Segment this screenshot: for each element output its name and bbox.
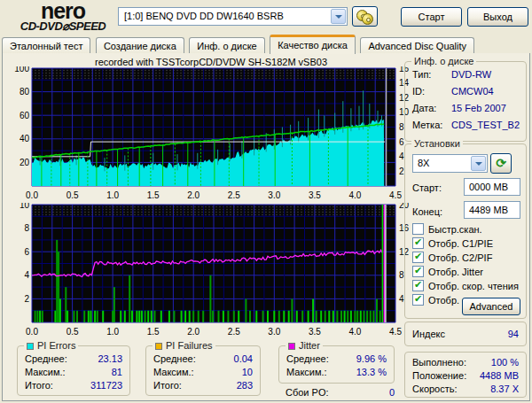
tab-disc-info[interactable]: Инф. о диске: [189, 37, 264, 54]
disc-id-label: ID:: [412, 86, 425, 97]
checkbox-box[interactable]: [412, 223, 424, 235]
end-mb-input[interactable]: 4489 MB: [464, 201, 520, 219]
disc-id-value: CMCW04: [451, 86, 494, 97]
svg-text:0.0: 0.0: [26, 327, 38, 337]
svg-text:3.5: 3.5: [309, 190, 321, 200]
jitter-title: Jitter: [286, 340, 323, 351]
nero-cd-dvd-speed-window: nero CD-DVD⌀SPEED [1:0] BENQ DVD DD DW16…: [0, 0, 532, 403]
jitter-swatch: [288, 343, 295, 350]
svg-text:2.5: 2.5: [228, 327, 240, 337]
svg-text:2.0: 2.0: [187, 190, 200, 200]
jitter-max-row: Максим.:13.3 %: [286, 367, 387, 379]
svg-text:0.5: 0.5: [66, 190, 79, 200]
checkbox-label: Отобр. Jitter: [428, 267, 483, 277]
pi-failures-groupbox: PI Failures Среднее:0.04 Максим.:10 Итог…: [145, 345, 261, 396]
svg-text:100: 100: [14, 66, 29, 74]
svg-text:3.0: 3.0: [268, 190, 280, 200]
chevron-down-icon[interactable]: [471, 156, 486, 171]
svg-text:3.0: 3.0: [268, 327, 280, 337]
checkbox-label: Отобр. C2/PIF: [428, 252, 492, 263]
pi-errors-swatch: [27, 343, 34, 350]
jitter-groupbox: Jitter Среднее:9.96 % Максим.:13.3 %: [278, 345, 395, 384]
checkbox-show-c1-pie[interactable]: Отобр. C1/PIE: [412, 237, 493, 250]
checkbox-show-c2-pif[interactable]: Отобр. C2/PIF: [412, 252, 492, 264]
tab-bar: Эталонный тест Создание диска Инф. о дис…: [2, 35, 530, 54]
progress-speed-row: Скорость:8.37 X: [412, 384, 519, 396]
disc-type-label: Тип:: [412, 69, 431, 80]
checkbox-box[interactable]: [412, 294, 424, 306]
disc-label-value: CDS_TEST_B2: [451, 120, 520, 130]
svg-text:4.5: 4.5: [389, 190, 402, 200]
pi-failures-max-row: Максим.:10: [153, 367, 253, 379]
svg-text:10: 10: [20, 203, 30, 210]
nero-logo-text: nero: [7, 2, 119, 20]
checkbox-show-jitter[interactable]: Отобр. Jitter: [412, 266, 483, 278]
disc-type-value: DVD-RW: [451, 69, 491, 80]
end-mb-label: Конец:: [412, 206, 442, 217]
svg-text:8: 8: [24, 223, 29, 233]
disc-icon: [362, 13, 373, 25]
svg-text:60: 60: [20, 111, 30, 120]
po-failures-row: Сбои PO:0: [286, 387, 395, 398]
progress-panel: Выполнено:100 % Положение:4488 MB Скорос…: [404, 352, 527, 398]
svg-text:4: 4: [24, 270, 29, 280]
checkbox-box[interactable]: [412, 237, 424, 249]
refresh-icon: ⟳: [496, 156, 506, 170]
speed-select[interactable]: 8X: [412, 154, 488, 173]
tab-advanced-disc-quality[interactable]: Advanced Disc Quality: [360, 37, 474, 54]
start-mb-input[interactable]: 0000 MB: [464, 178, 520, 196]
speed-select-value: 8X: [418, 158, 429, 168]
svg-text:4.0: 4.0: [348, 190, 361, 200]
checkbox-box[interactable]: [412, 280, 424, 291]
start-button[interactable]: Старт: [401, 7, 462, 27]
disc-info-button[interactable]: [352, 6, 378, 27]
svg-text:40: 40: [20, 134, 30, 143]
pie-chart: 204060801002468101214160.00.51.01.52.02.…: [13, 66, 414, 201]
disc-quality-pane: recorded with TSSTcorpCD/DVDW SH-S182M v…: [2, 53, 530, 401]
cd-dvd-speed-logo-text: CD-DVD⌀SPEED: [7, 20, 119, 33]
tab-benchmark[interactable]: Эталонный тест: [2, 37, 90, 54]
svg-text:1.0: 1.0: [106, 190, 119, 200]
checkbox-label: Отобр. скор. чтения: [428, 281, 519, 291]
checkbox-box[interactable]: [412, 266, 424, 277]
checkbox-fast-scan[interactable]: Быстр.скан.: [412, 223, 482, 236]
exit-button[interactable]: Выход: [467, 7, 528, 27]
pi-errors-max-row: Максим.:81: [25, 367, 122, 379]
nero-logo: nero CD-DVD⌀SPEED: [7, 2, 119, 33]
svg-text:1.5: 1.5: [147, 190, 160, 200]
disc-info-groupbox: Инф. о диске Тип: DVD-RW ID: CMCW04 Дата…: [404, 61, 527, 142]
pi-failures-total-row: Итого:283: [153, 380, 253, 392]
svg-text:0.5: 0.5: [66, 327, 79, 337]
svg-text:4.0: 4.0: [348, 327, 361, 337]
checkbox-box[interactable]: [412, 252, 424, 263]
jitter-avg-row: Среднее:9.96 %: [286, 353, 387, 366]
svg-text:3.5: 3.5: [309, 327, 321, 337]
progress-done-row: Выполнено:100 %: [412, 357, 519, 369]
svg-text:0.0: 0.0: [26, 190, 38, 200]
start-mb-label: Старт:: [412, 182, 442, 193]
pi-failures-avg-row: Среднее:0.04: [153, 353, 253, 366]
pi-failures-title: PI Failures: [153, 340, 215, 351]
disc-date-value: 15 Feb 2007: [451, 103, 506, 113]
checkbox-show-read-speed[interactable]: Отобр. скор. чтения: [412, 280, 519, 292]
drive-select[interactable]: [1:0] BENQ DVD DD DW1640 BSRB: [118, 7, 348, 26]
tab-create-disc[interactable]: Создание диска: [96, 37, 184, 54]
svg-text:1.5: 1.5: [147, 327, 160, 337]
progress-position-row: Положение:4488 MB: [412, 370, 519, 383]
tab-disc-quality[interactable]: Качество диска: [270, 35, 356, 54]
settings-groupbox: Установки 8X ⟳ Старт: 0000 MB Конец: 448…: [404, 143, 527, 319]
advanced-button[interactable]: Advanced: [462, 298, 520, 315]
chevron-down-icon[interactable]: [331, 9, 346, 24]
disc-date-label: Дата:: [412, 103, 436, 113]
pi-errors-title: PI Errors: [24, 340, 78, 351]
refresh-button[interactable]: ⟳: [490, 153, 512, 174]
disc-info-title: Инф. о диске: [411, 56, 476, 66]
pi-errors-total-row: Итого:311723: [25, 380, 122, 392]
drive-select-value: [1:0] BENQ DVD DD DW1640 BSRB: [124, 11, 284, 21]
index-panel: Индекс94: [404, 322, 527, 346]
pi-errors-groupbox: PI Errors Среднее:23.13 Максим.:81 Итого…: [17, 345, 130, 396]
svg-text:1.0: 1.0: [106, 327, 119, 337]
svg-text:4.5: 4.5: [389, 327, 402, 337]
checkbox-label: Отобр. C1/PIE: [428, 238, 493, 249]
checkbox-label: Быстр.скан.: [428, 224, 482, 235]
